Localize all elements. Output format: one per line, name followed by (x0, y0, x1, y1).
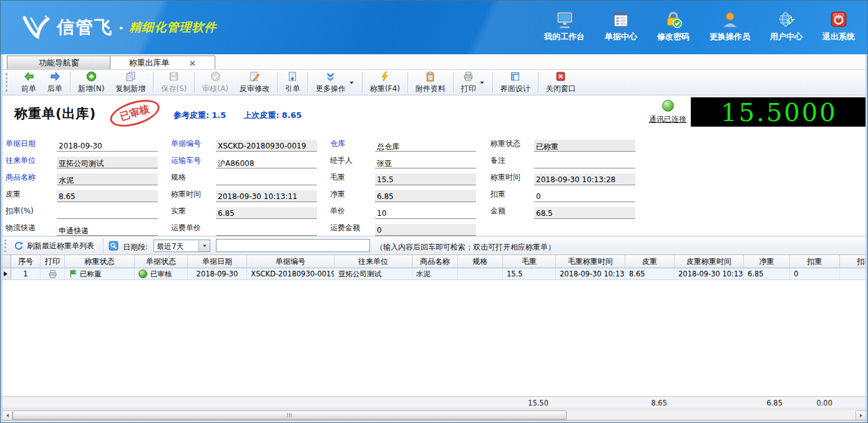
header-action-my-workspace[interactable]: 我的工作台 (544, 10, 585, 42)
form-field-deduct-weight[interactable]: 0 (534, 190, 635, 202)
toolbar-button-label: 界面设计 (500, 84, 530, 94)
column-header-gross-time[interactable]: 毛重称重时间 (556, 255, 625, 268)
toolbar-button-ui-design[interactable]: 界面设计 (495, 70, 536, 95)
form-field-remark[interactable] (534, 157, 635, 168)
toolbar-button-next-doc[interactable]: 后单 (42, 70, 68, 95)
toolbar-button-close-window[interactable]: 关闭窗口 (540, 70, 582, 95)
page-title: 称重单(出库) (14, 105, 96, 122)
column-header-spec[interactable]: 规格 (458, 255, 503, 268)
form-value-freight-amount: 0 (377, 226, 382, 235)
cell-text: 0 (794, 270, 798, 278)
horizontal-scrollbar[interactable] (1, 409, 867, 420)
toolbar-button-new[interactable]: 新增(N) (72, 70, 110, 95)
header-action-user-center[interactable]: 用户中心 (770, 10, 802, 42)
form-field-weigh-status[interactable]: 已称重 (534, 140, 635, 152)
column-header-seq[interactable]: 序号 (11, 255, 41, 268)
header-action-switch-operator[interactable]: 更换操作员 (710, 10, 750, 42)
form-field-handler[interactable]: 张亚 (375, 157, 476, 168)
form-field-logistics[interactable]: 申通快递 (57, 224, 158, 236)
toolbar-button-print[interactable]: 打印 (456, 70, 490, 95)
cell-doc-status: 已审核 (135, 268, 188, 280)
column-header-weigh-status[interactable]: 称重状态 (65, 255, 135, 268)
column-header-product[interactable]: 商品名称 (412, 255, 458, 268)
form-field-net-weight[interactable]: 6.85 (375, 190, 476, 202)
form-field-freight-amount[interactable]: 0 (375, 224, 476, 236)
tab-close-icon[interactable] (188, 59, 197, 67)
table-row[interactable]: 1已称重已审核2018-09-30XSCKD-20180930-0019亚拓公司… (1, 268, 867, 280)
form-field-warehouse[interactable]: 总仓库 (375, 140, 476, 152)
column-header-doc-date[interactable]: 单据日期 (188, 255, 247, 268)
form-field-product-name[interactable]: 水泥 (57, 173, 158, 185)
tab-nav-window[interactable]: 功能导航窗 (7, 56, 111, 69)
form-field-tare-weight[interactable]: 8.65 (57, 190, 158, 202)
toolbar-button-more-actions[interactable]: 更多操作 (310, 70, 360, 95)
form-field-gross-weight[interactable]: 15.5 (375, 173, 476, 185)
toolbar-button-pull-doc[interactable]: 引单 (280, 70, 306, 95)
window-bottom-strip (1, 420, 867, 423)
form-field-unit-price[interactable]: 10 (375, 207, 476, 219)
toolbar-button-attachments[interactable]: 附件资料 (410, 70, 451, 95)
toolbar-button-copy-new[interactable]: 复制新增 (110, 70, 151, 95)
form-field-truck-no[interactable]: 沪A86008 (216, 157, 317, 168)
column-header-gross[interactable]: 毛重 (503, 255, 556, 268)
date-range-select[interactable]: 最近7天 (154, 240, 210, 252)
form-field-weigh-time-1[interactable]: 2018-09-30 10:13:11 (216, 190, 317, 202)
cell-indicator (1, 268, 11, 280)
form-label-warehouse: 仓库 (330, 139, 375, 152)
cell-tare: 8.65 (625, 268, 675, 280)
column-header-doc-status[interactable]: 单据状态 (135, 255, 188, 268)
scrollbar-thumb[interactable] (12, 411, 567, 420)
tab-weigh-outbound[interactable]: 称重出库单 (110, 56, 215, 70)
toolbar-button-prev-doc[interactable]: 前单 (16, 70, 42, 95)
toolbar-grip[interactable] (6, 73, 11, 92)
column-header-deduct[interactable]: 扣重 (790, 255, 840, 268)
cell-text: XSCKD-20180930-0019 (251, 270, 334, 278)
scroll-right-button[interactable] (856, 411, 866, 421)
brand-name: 信管飞 (57, 16, 113, 39)
form-field-partner[interactable]: 亚拓公司测试 (57, 157, 158, 168)
form-field-amount[interactable]: 68.5 (534, 207, 635, 219)
column-header-deduct-rate[interactable]: 扣率 (840, 255, 867, 268)
form-field-doc-no[interactable]: XSCKD-20180930-0019 (216, 140, 317, 152)
form-field-deduct-rate[interactable] (57, 207, 158, 219)
column-header-tare-time[interactable]: 皮重称重时间 (675, 255, 744, 268)
filterbar-grip[interactable] (4, 240, 9, 252)
form-value-doc-no: XSCKD-20180930-0019 (218, 142, 306, 150)
form-field-spec[interactable] (216, 173, 317, 185)
summary-partner (334, 397, 412, 408)
column-header-label: 扣重 (807, 256, 822, 267)
search-input[interactable] (216, 239, 370, 252)
form-field-actual-weight[interactable]: 6.85 (216, 207, 317, 219)
column-header-print[interactable]: 打印 (41, 255, 65, 268)
column-header-label: 毛重 (522, 256, 537, 267)
form-label-net-weight: 净重 (330, 189, 375, 202)
connection-status[interactable]: 通讯已连接 (643, 100, 692, 125)
summary-doc-no (247, 397, 334, 408)
column-header-net[interactable]: 净重 (744, 255, 790, 268)
column-header-indicator[interactable] (1, 255, 11, 268)
column-header-partner[interactable]: 往来单位 (334, 255, 412, 268)
form-field-weigh-time-2[interactable]: 2018-09-30 10:13:28 (534, 173, 635, 185)
toolbar-button-weigh[interactable]: 称重(F4) (364, 70, 406, 95)
header-action-label: 修改密码 (657, 31, 690, 42)
form-field-doc-date[interactable]: 2018-09-30 (57, 140, 158, 152)
toolbar-button-label: 称重(F4) (370, 84, 400, 94)
user-icon (721, 10, 739, 29)
form-label-logistics: 物流快递 (6, 223, 57, 236)
chevron-down-icon[interactable] (198, 240, 210, 251)
header-action-change-password[interactable]: 修改密码 (657, 10, 690, 42)
toolbar-button-content: 称重(F4) (370, 71, 400, 94)
form-row: 运费单价 (171, 219, 317, 236)
cell-product: 水泥 (412, 268, 458, 280)
cell-text: 2018-09-30 10:13 (560, 270, 625, 278)
form-field-freight-price[interactable] (216, 224, 317, 236)
toolbar-button-unaudit-edit[interactable]: 反审修改 (234, 70, 275, 95)
column-header-tare[interactable]: 皮重 (625, 255, 675, 268)
header-action-exit-system[interactable]: 退出系统 (822, 10, 855, 42)
header-action-doc-center[interactable]: 单据中心 (605, 10, 637, 42)
scroll-left-button[interactable] (2, 411, 12, 421)
column-header-doc-no[interactable]: 单据编号 (247, 255, 334, 268)
scroll-right-icon (860, 414, 862, 417)
refresh-list-button[interactable]: 刷新最近称重单列表 (11, 239, 97, 253)
form-value-weigh-time-2: 2018-09-30 10:13:28 (536, 175, 615, 184)
